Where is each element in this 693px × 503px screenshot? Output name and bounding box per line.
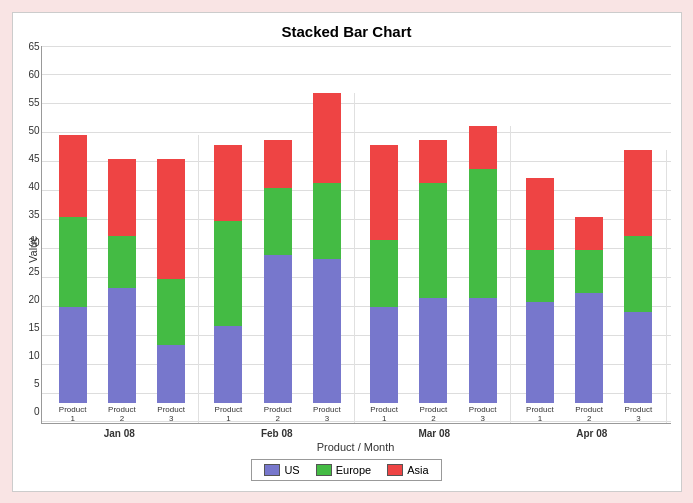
seg-europe: [108, 236, 136, 288]
chart-area: 65605550454035302520151050Product1Produc…: [41, 46, 671, 453]
seg-us: [419, 298, 447, 403]
seg-europe: [157, 279, 185, 346]
bar-label: Product3: [469, 405, 497, 423]
seg-us: [214, 326, 242, 402]
month-label: Apr 08: [513, 426, 671, 439]
stacked-bar: [108, 159, 136, 402]
seg-us: [469, 298, 497, 403]
bar-wrapper: Product2: [565, 217, 613, 423]
month-group: Product1Product2Product3: [513, 150, 667, 423]
seg-us: [157, 345, 185, 402]
seg-europe: [264, 188, 292, 255]
bar-wrapper: Product1: [360, 145, 408, 423]
seg-asia: [214, 145, 242, 221]
seg-us: [624, 312, 652, 403]
bar-wrapper: Product1: [516, 178, 564, 422]
bar-label: Product1: [370, 405, 398, 423]
y-tick: 40: [12, 181, 40, 192]
legend-color-box: [264, 464, 280, 476]
y-tick: 30: [12, 237, 40, 248]
legend-color-box: [387, 464, 403, 476]
y-tick: 25: [12, 265, 40, 276]
bar-wrapper: Product3: [459, 126, 507, 423]
stacked-bar: [59, 135, 87, 402]
bar-label: Product2: [264, 405, 292, 423]
stacked-bar: [370, 145, 398, 403]
bar-label: Product3: [313, 405, 341, 423]
seg-asia: [526, 178, 554, 250]
seg-asia: [59, 135, 87, 216]
seg-asia: [575, 217, 603, 250]
seg-us: [313, 259, 341, 402]
stacked-bar: [419, 140, 447, 402]
bar-label: Product3: [625, 405, 653, 423]
bar-label: Product1: [526, 405, 554, 423]
bar-label: Product1: [215, 405, 243, 423]
seg-asia: [108, 159, 136, 235]
chart-title: Stacked Bar Chart: [281, 23, 411, 40]
bar-label: Product1: [59, 405, 87, 423]
stacked-bar: [157, 159, 185, 402]
bar-wrapper: Product3: [147, 159, 195, 422]
seg-europe: [313, 183, 341, 259]
seg-asia: [313, 93, 341, 184]
seg-us: [575, 293, 603, 403]
stacked-bar: [469, 126, 497, 403]
month-label: Feb 08: [198, 426, 356, 439]
y-ticks: 65605550454035302520151050: [12, 46, 40, 423]
bar-wrapper: Product2: [409, 140, 457, 422]
bar-wrapper: Product2: [98, 159, 146, 422]
bar-label: Product2: [420, 405, 448, 423]
month-label: Jan 08: [41, 426, 199, 439]
stacked-bar: [624, 150, 652, 403]
y-tick: 65: [12, 40, 40, 51]
bar-label: Product3: [157, 405, 185, 423]
legend: USEuropeAsia: [251, 459, 441, 481]
bar-wrapper: Product2: [254, 140, 302, 422]
seg-us: [526, 302, 554, 402]
seg-europe: [575, 250, 603, 293]
legend-item: US: [264, 464, 299, 476]
bar-wrapper: Product1: [49, 135, 97, 422]
seg-us: [108, 288, 136, 402]
bar-wrapper: Product3: [614, 150, 662, 423]
plot-area: 65605550454035302520151050Product1Produc…: [41, 46, 671, 424]
y-tick: 60: [12, 68, 40, 79]
seg-europe: [59, 217, 87, 308]
seg-asia: [264, 140, 292, 188]
bar-label: Product2: [575, 405, 603, 423]
legend-label: US: [284, 464, 299, 476]
seg-asia: [419, 140, 447, 183]
seg-europe: [370, 240, 398, 307]
legend-label: Asia: [407, 464, 428, 476]
seg-us: [59, 307, 87, 402]
y-tick: 5: [12, 378, 40, 389]
month-labels: Jan 08Feb 08Mar 08Apr 08: [41, 426, 671, 439]
stacked-bar: [313, 93, 341, 403]
bar-wrapper: Product1: [204, 145, 252, 423]
chart-container: Stacked Bar Chart Value 6560555045403530…: [12, 12, 682, 492]
month-label: Mar 08: [356, 426, 514, 439]
y-tick: 15: [12, 321, 40, 332]
y-tick: 50: [12, 124, 40, 135]
x-axis-title: Product / Month: [41, 441, 671, 453]
y-tick: 20: [12, 293, 40, 304]
seg-asia: [370, 145, 398, 240]
y-tick: 0: [12, 406, 40, 417]
seg-us: [264, 255, 292, 403]
y-tick: 55: [12, 96, 40, 107]
seg-europe: [469, 169, 497, 298]
seg-europe: [214, 221, 242, 326]
month-group: Product1Product2Product3: [357, 126, 511, 423]
legend-color-box: [316, 464, 332, 476]
seg-asia: [469, 126, 497, 169]
legend-label: Europe: [336, 464, 371, 476]
chart-body: Value 65605550454035302520151050Product1…: [23, 46, 671, 453]
y-tick: 45: [12, 153, 40, 164]
stacked-bar: [575, 217, 603, 403]
bar-label: Product2: [108, 405, 136, 423]
legend-item: Europe: [316, 464, 371, 476]
seg-europe: [624, 236, 652, 312]
bar-wrapper: Product3: [303, 93, 351, 423]
seg-us: [370, 307, 398, 402]
